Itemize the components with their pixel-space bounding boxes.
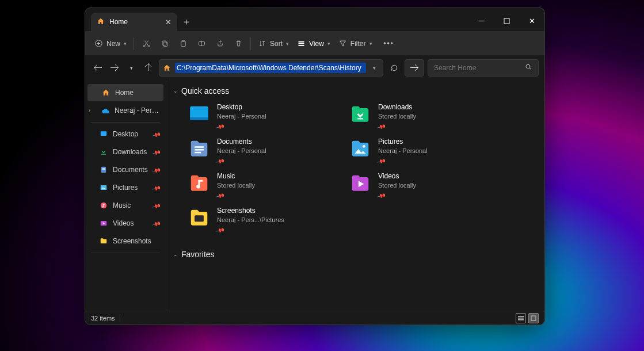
tab-close-icon[interactable]: ✕ xyxy=(165,18,172,26)
refresh-button[interactable] xyxy=(387,59,401,77)
svg-rect-6 xyxy=(162,41,166,45)
delete-button[interactable] xyxy=(230,35,247,52)
sidebar-item-desktop[interactable]: Desktop📌 xyxy=(87,125,163,143)
quick-access-item[interactable]: VideosStored locally📌 xyxy=(348,171,498,200)
item-location: Neeraj - Personal xyxy=(217,146,266,155)
item-location: Stored locally xyxy=(378,181,416,190)
svg-rect-17 xyxy=(102,168,105,169)
music-folder-icon xyxy=(187,171,211,196)
quick-access-item[interactable]: DownloadsStored locally📌 xyxy=(348,102,498,131)
item-location: Stored locally xyxy=(217,181,255,190)
svg-rect-32 xyxy=(518,319,524,321)
view-button[interactable]: View▾ xyxy=(294,35,334,52)
svg-rect-29 xyxy=(195,215,204,222)
close-button[interactable]: ✕ xyxy=(519,10,544,31)
address-dropdown[interactable]: ▾ xyxy=(368,65,381,71)
address-bar[interactable]: C:\ProgramData\Microsoft\Windows Defende… xyxy=(159,59,383,77)
item-name: Music xyxy=(217,171,255,181)
recent-button[interactable]: ▾ xyxy=(125,60,138,76)
tab-strip: Home ✕ ＋ ✕ xyxy=(85,8,544,31)
tab-home[interactable]: Home ✕ xyxy=(91,13,177,31)
folder-icon xyxy=(99,236,108,246)
search-box[interactable] xyxy=(428,59,539,77)
search-input[interactable] xyxy=(434,64,520,72)
svg-point-13 xyxy=(526,64,530,68)
rename-button[interactable] xyxy=(193,35,210,52)
svg-rect-27 xyxy=(195,152,201,154)
cloud-icon xyxy=(101,106,110,115)
pin-icon: 📌 xyxy=(152,129,161,139)
filter-button[interactable]: Filter▾ xyxy=(335,35,376,52)
desktop-icon xyxy=(99,129,108,139)
sidebar-item-documents[interactable]: Documents📌 xyxy=(87,161,163,178)
address-path[interactable]: C:\ProgramData\Microsoft\Windows Defende… xyxy=(175,63,366,73)
svg-rect-12 xyxy=(299,45,304,46)
svg-rect-33 xyxy=(531,316,536,321)
documents-icon xyxy=(99,165,108,174)
pin-icon: 📌 xyxy=(152,183,161,192)
go-button[interactable]: 🡢 xyxy=(405,59,424,77)
svg-rect-31 xyxy=(518,318,524,319)
svg-rect-1 xyxy=(504,18,509,24)
svg-rect-23 xyxy=(190,117,208,120)
item-location: Neeraj - Personal xyxy=(378,146,428,155)
pin-icon: 📌 xyxy=(215,121,226,132)
item-name: Pictures xyxy=(378,137,428,146)
tiles-view-button[interactable] xyxy=(528,313,539,323)
sidebar-item-onedrive[interactable]: › Neeraj - Personal xyxy=(87,102,163,119)
cut-button[interactable] xyxy=(138,35,155,52)
nav-row: 🡠 🡢 ▾ 🡡 C:\ProgramData\Microsoft\Windows… xyxy=(85,55,544,81)
pin-icon: 📌 xyxy=(376,190,387,201)
share-button[interactable] xyxy=(211,35,228,52)
item-name: Downloads xyxy=(378,102,416,112)
up-button[interactable]: 🡡 xyxy=(142,60,155,76)
content-pane: ⌄ Quick access DesktopNeeraj - Personal📌… xyxy=(166,81,544,311)
svg-rect-5 xyxy=(163,42,167,47)
details-view-button[interactable] xyxy=(516,313,526,323)
quick-access-item[interactable]: ☁PicturesNeeraj - Personal📌 xyxy=(348,137,498,166)
pin-icon: 📌 xyxy=(215,190,226,201)
pin-icon: 📌 xyxy=(152,201,161,210)
chevron-down-icon: ⌄ xyxy=(173,88,178,94)
svg-rect-11 xyxy=(299,43,304,44)
new-button[interactable]: New▾ xyxy=(91,35,130,52)
item-location: Stored locally xyxy=(378,112,416,121)
svg-point-28 xyxy=(363,145,365,148)
download-icon xyxy=(99,147,108,157)
svg-rect-18 xyxy=(102,169,105,170)
back-button[interactable]: 🡠 xyxy=(91,60,104,76)
section-favorites[interactable]: ⌄ Favorites xyxy=(166,244,544,262)
svg-rect-30 xyxy=(518,316,524,317)
more-button[interactable]: ••• xyxy=(380,35,398,52)
sidebar-item-screenshots[interactable]: Screenshots xyxy=(87,232,163,250)
sort-button[interactable]: Sort▾ xyxy=(254,35,292,52)
sidebar-item-downloads[interactable]: Downloads📌 xyxy=(87,143,163,161)
copy-button[interactable] xyxy=(156,35,173,52)
pin-icon: 📌 xyxy=(152,219,161,228)
chevron-right-icon[interactable]: › xyxy=(89,108,90,113)
videos-folder-icon xyxy=(348,171,372,196)
file-explorer-window: Home ✕ ＋ ✕ New▾ Sort▾ View▾ xyxy=(85,7,545,325)
new-tab-button[interactable]: ＋ xyxy=(177,13,196,31)
toolbar: New▾ Sort▾ View▾ Filter▾ ••• xyxy=(85,31,544,55)
svg-rect-25 xyxy=(195,146,204,148)
sidebar-item-home[interactable]: Home xyxy=(87,84,163,101)
sidebar-item-videos[interactable]: Videos📌 xyxy=(87,215,163,232)
section-quick-access[interactable]: ⌄ Quick access xyxy=(166,81,544,99)
quick-access-item[interactable]: DesktopNeeraj - Personal📌 xyxy=(187,102,337,131)
pin-icon: 📌 xyxy=(376,155,387,167)
maximize-button[interactable] xyxy=(494,10,519,31)
item-name: Desktop xyxy=(217,102,266,112)
svg-rect-10 xyxy=(299,41,304,43)
window-controls: ✕ xyxy=(468,10,544,31)
sidebar-item-music[interactable]: Music📌 xyxy=(87,197,163,214)
quick-access-item[interactable]: ☁DocumentsNeeraj - Personal📌 xyxy=(187,137,337,166)
music-icon xyxy=(99,201,108,210)
home-icon xyxy=(101,88,110,97)
paste-button[interactable] xyxy=(174,35,192,52)
quick-access-item[interactable]: ✓ScreenshotsNeeraj - Pers...\Pictures📌 xyxy=(187,206,337,235)
sidebar-item-pictures[interactable]: Pictures📌 xyxy=(87,179,163,196)
minimize-button[interactable] xyxy=(468,10,494,31)
quick-access-item[interactable]: MusicStored locally📌 xyxy=(187,171,337,200)
forward-button[interactable]: 🡢 xyxy=(108,60,121,76)
